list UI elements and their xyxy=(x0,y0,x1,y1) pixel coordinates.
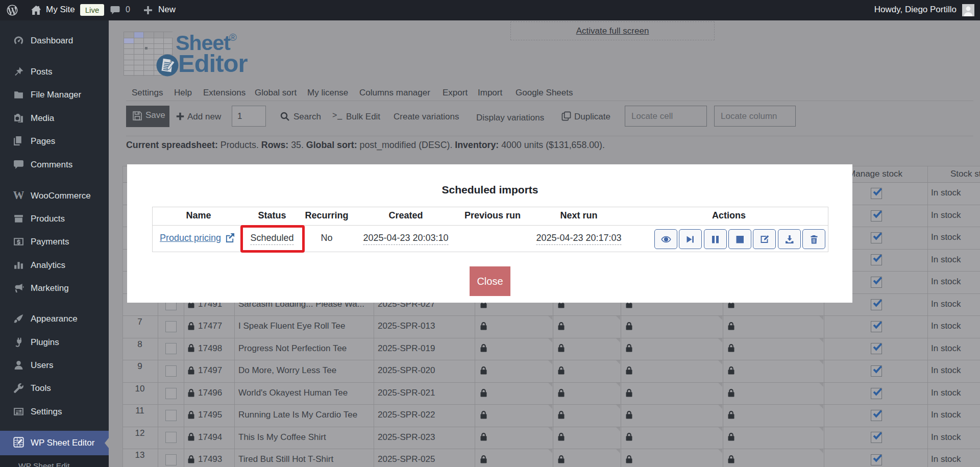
svg-text:W: W xyxy=(13,190,24,201)
